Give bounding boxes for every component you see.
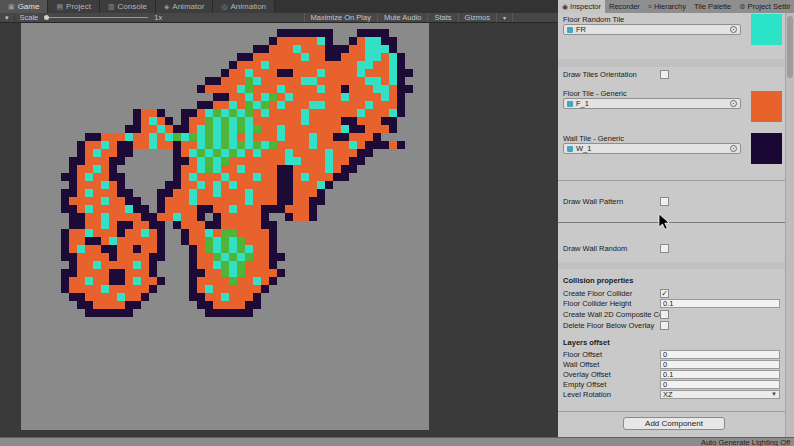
- empty-offset-input[interactable]: 0: [660, 380, 780, 389]
- tab-inspector[interactable]: ◉Inspector: [558, 0, 605, 13]
- tile: [405, 253, 413, 261]
- tile: [381, 285, 389, 293]
- tile: [333, 205, 341, 213]
- overlay-offset-input[interactable]: 0.1: [660, 370, 780, 379]
- scrollbar-thumb[interactable]: [787, 16, 793, 78]
- tile: [301, 29, 309, 37]
- tile: [405, 29, 413, 37]
- tile: [173, 157, 181, 165]
- display-dropdown-icon[interactable]: ▾: [0, 14, 15, 22]
- wall-tile-field[interactable]: W_1: [563, 143, 741, 154]
- tab-animation[interactable]: ◎Animation: [213, 0, 275, 13]
- tile: [317, 61, 325, 69]
- tile: [349, 285, 357, 293]
- tile: [381, 181, 389, 189]
- delete-floor-below-checkbox[interactable]: [660, 321, 669, 330]
- draw-wall-pattern-checkbox[interactable]: [660, 197, 669, 206]
- tile: [213, 269, 221, 277]
- tile: [197, 109, 205, 117]
- tile: [181, 293, 189, 301]
- tile: [301, 69, 309, 77]
- tile: [61, 45, 69, 53]
- tile: [301, 53, 309, 61]
- tile: [309, 261, 317, 269]
- tile: [269, 229, 277, 237]
- wall-offset-input[interactable]: 0: [660, 360, 780, 369]
- tile: [181, 37, 189, 45]
- object-picker-icon[interactable]: [730, 100, 737, 107]
- tile: [349, 29, 357, 37]
- tile: [253, 117, 261, 125]
- floor-collider-height-input[interactable]: 0.1: [660, 299, 780, 308]
- tile: [117, 93, 125, 101]
- tile: [237, 189, 245, 197]
- maximize-on-play-button[interactable]: Maximize On Play: [304, 13, 377, 22]
- tab-project[interactable]: ▤Project: [48, 0, 100, 13]
- tile: [277, 133, 285, 141]
- tile: [189, 165, 197, 173]
- tile: [293, 69, 301, 77]
- tab-project-settir[interactable]: ⚙Project Settir: [735, 0, 794, 13]
- tile: [397, 237, 405, 245]
- gizmos-dropdown-icon[interactable]: ▾: [496, 13, 513, 22]
- tile: [341, 181, 349, 189]
- tile: [149, 101, 157, 109]
- tile: [389, 285, 397, 293]
- gizmos-button[interactable]: Gizmos: [458, 13, 496, 22]
- tile: [293, 29, 301, 37]
- tile: [341, 53, 349, 61]
- draw-tiles-orientation-checkbox[interactable]: [660, 70, 669, 79]
- tile: [141, 61, 149, 69]
- floor-offset-input[interactable]: 0: [660, 350, 780, 359]
- tab-animator[interactable]: ◈Animator: [156, 0, 213, 13]
- scale-slider-knob[interactable]: [44, 15, 49, 20]
- tile: [293, 61, 301, 69]
- tile: [205, 309, 213, 317]
- tab-recorder[interactable]: Recorder: [605, 0, 644, 13]
- tile: [157, 261, 165, 269]
- tile: [245, 133, 253, 141]
- tile: [165, 29, 173, 37]
- tile: [381, 61, 389, 69]
- tile: [269, 277, 277, 285]
- tile: [77, 269, 85, 277]
- object-picker-icon[interactable]: [730, 26, 737, 33]
- add-component-button[interactable]: Add Component: [623, 417, 725, 430]
- tile: [325, 269, 333, 277]
- tab-tile-palette[interactable]: Tile Palette: [690, 0, 735, 13]
- tile: [277, 205, 285, 213]
- tab-game[interactable]: ▣Game: [0, 0, 48, 13]
- game-viewport[interactable]: [21, 23, 429, 430]
- tile: [109, 293, 117, 301]
- tile: [285, 125, 293, 133]
- tile: [277, 221, 285, 229]
- floor-random-tile-field[interactable]: FR: [563, 24, 741, 35]
- stats-button[interactable]: Stats: [427, 13, 457, 22]
- tile: [125, 181, 133, 189]
- inspector-scrollbar[interactable]: [785, 13, 794, 437]
- tab-hierarchy[interactable]: ≡Hierarchy: [644, 0, 690, 13]
- tile: [149, 181, 157, 189]
- tile: [349, 229, 357, 237]
- delete-floor-below-label: Delete Floor Below Overlay: [563, 321, 660, 330]
- tile: [309, 117, 317, 125]
- tile: [245, 181, 253, 189]
- create-floor-collider-checkbox[interactable]: ✓: [660, 289, 669, 298]
- object-picker-icon[interactable]: [730, 145, 737, 152]
- tile: [85, 93, 93, 101]
- tile: [229, 61, 237, 69]
- level-rotation-dropdown[interactable]: XZ ▼: [660, 390, 780, 399]
- tile: [269, 293, 277, 301]
- scale-slider[interactable]: [44, 17, 148, 18]
- tile: [373, 173, 381, 181]
- tile: [357, 117, 365, 125]
- tile: [133, 173, 141, 181]
- tile: [253, 85, 261, 93]
- floor-tile-field[interactable]: F_1: [563, 98, 741, 109]
- mute-audio-button[interactable]: Mute Audio: [377, 13, 428, 22]
- tab-console[interactable]: ▥Console: [100, 0, 156, 13]
- floor-tile-swatch: [751, 91, 782, 122]
- draw-wall-random-checkbox[interactable]: [660, 244, 669, 253]
- create-wall-2d-checkbox[interactable]: [660, 310, 669, 319]
- tile: [133, 69, 141, 77]
